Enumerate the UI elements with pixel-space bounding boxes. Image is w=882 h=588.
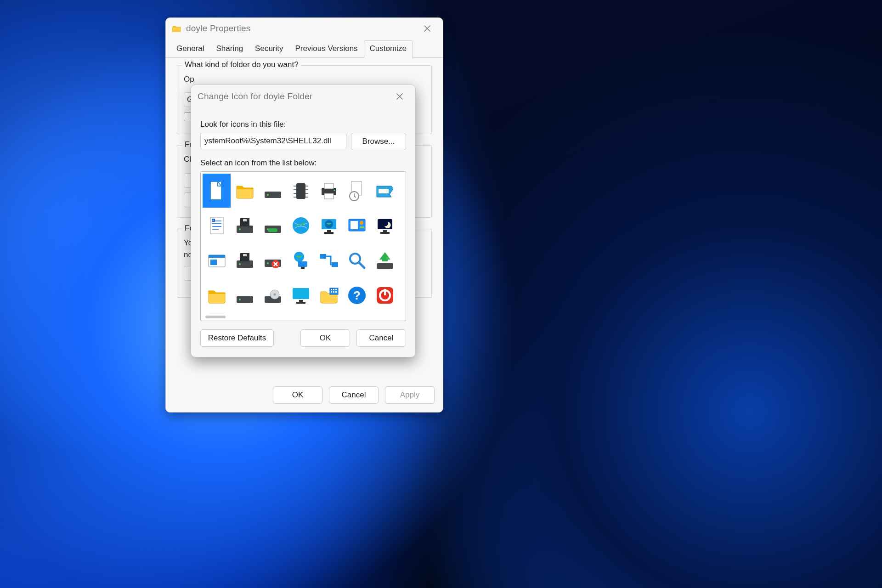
optimize-label-fragment: Op <box>184 75 425 84</box>
floppy-drive-icon[interactable] <box>231 209 259 243</box>
text-document-icon[interactable]: A <box>203 209 231 243</box>
icon-path-input[interactable]: ystemRoot%\System32\SHELL32.dll <box>200 133 346 149</box>
svg-point-64 <box>239 299 241 300</box>
svg-line-61 <box>359 262 364 268</box>
folder-options-icon[interactable] <box>315 278 343 312</box>
svg-point-51 <box>239 263 241 265</box>
tab-general[interactable]: General <box>170 40 210 58</box>
program-window-icon[interactable] <box>203 243 231 277</box>
svg-rect-44 <box>380 232 390 234</box>
tab-customize[interactable]: Customize <box>364 40 413 58</box>
select-icon-label: Select an icon from the list below: <box>200 158 406 168</box>
folder-icon-2[interactable] <box>203 278 231 312</box>
svg-point-32 <box>267 228 269 230</box>
group-folder-kind-legend: What kind of folder do you want? <box>182 60 301 69</box>
properties-titlebar[interactable]: doyle Properties <box>166 18 443 37</box>
svg-rect-18 <box>379 189 389 193</box>
svg-rect-3 <box>296 183 305 199</box>
properties-apply-button[interactable]: Apply <box>385 386 435 404</box>
close-icon <box>396 93 403 100</box>
tab-security[interactable]: Security <box>249 40 289 58</box>
svg-rect-75 <box>331 291 332 293</box>
svg-rect-74 <box>335 289 337 290</box>
svg-point-67 <box>273 294 276 296</box>
icon-grid[interactable]: A <box>200 171 406 321</box>
properties-button-row: OK Cancel Apply <box>166 382 443 412</box>
svg-rect-76 <box>333 291 334 293</box>
svg-point-53 <box>267 262 269 264</box>
change-icon-titlebar[interactable]: Change Icon for doyle Folder <box>191 85 415 105</box>
search-icon[interactable] <box>343 243 371 277</box>
tab-previous-versions[interactable]: Previous Versions <box>289 40 364 58</box>
svg-text:A: A <box>212 219 214 222</box>
change-icon-ok-button[interactable]: OK <box>300 329 350 347</box>
svg-point-33 <box>293 217 309 234</box>
svg-rect-69 <box>299 300 303 302</box>
eject-drive-icon[interactable] <box>371 243 399 277</box>
svg-rect-70 <box>296 302 305 304</box>
svg-rect-77 <box>335 291 337 293</box>
svg-rect-62 <box>377 263 393 269</box>
svg-rect-31 <box>268 228 277 232</box>
svg-point-15 <box>334 190 335 191</box>
properties-title: doyle Properties <box>186 23 413 34</box>
svg-rect-14 <box>324 193 334 199</box>
run-icon[interactable] <box>371 174 399 208</box>
svg-rect-50 <box>243 254 247 256</box>
properties-cancel-button[interactable]: Cancel <box>329 386 379 404</box>
svg-rect-28 <box>243 219 247 221</box>
svg-rect-59 <box>332 262 338 267</box>
svg-rect-46 <box>209 255 225 258</box>
close-icon <box>424 25 430 32</box>
removable-drive-icon[interactable] <box>259 209 287 243</box>
drive-icon[interactable] <box>259 174 287 208</box>
svg-rect-41 <box>360 226 364 228</box>
control-panel-icon[interactable] <box>343 209 371 243</box>
svg-rect-58 <box>320 254 326 259</box>
svg-rect-47 <box>210 260 217 265</box>
floppy-drive-icon-2[interactable] <box>231 243 259 277</box>
svg-rect-36 <box>327 230 331 232</box>
screensaver-icon[interactable] <box>371 209 399 243</box>
drive-error-icon[interactable] <box>259 243 287 277</box>
svg-rect-57 <box>301 267 305 269</box>
properties-ok-button[interactable]: OK <box>273 386 322 404</box>
svg-point-40 <box>360 221 363 225</box>
browse-button[interactable]: Browse... <box>351 133 406 150</box>
svg-rect-13 <box>324 183 334 189</box>
svg-rect-43 <box>383 230 387 232</box>
restore-defaults-button[interactable]: Restore Defaults <box>200 329 274 347</box>
folder-icon[interactable] <box>231 174 259 208</box>
globe-icon[interactable] <box>287 209 315 243</box>
recent-document-icon[interactable] <box>343 174 371 208</box>
change-icon-title: Change Icon for doyle Folder <box>198 91 385 102</box>
drive-icon-2[interactable] <box>231 278 259 312</box>
svg-text:?: ? <box>353 288 361 302</box>
help-icon[interactable]: ? <box>343 278 371 312</box>
change-icon-close-button[interactable] <box>390 90 410 103</box>
change-icon-dialog: Change Icon for doyle Folder Look for ic… <box>191 85 416 357</box>
monitor-icon[interactable] <box>287 278 315 312</box>
network-monitor-icon[interactable] <box>315 209 343 243</box>
change-icon-cancel-button[interactable]: Cancel <box>356 329 406 347</box>
optical-drive-icon[interactable] <box>259 278 287 312</box>
svg-rect-68 <box>293 288 309 299</box>
svg-rect-37 <box>324 232 334 234</box>
network-connect-icon[interactable] <box>315 243 343 277</box>
tab-sharing[interactable]: Sharing <box>210 40 249 58</box>
svg-rect-39 <box>351 221 358 229</box>
look-for-icons-label: Look for icons in this file: <box>200 120 406 129</box>
network-globe-icon[interactable] <box>287 243 315 277</box>
svg-rect-72 <box>331 289 332 290</box>
printer-icon[interactable] <box>315 174 343 208</box>
chip-icon[interactable] <box>287 174 315 208</box>
svg-rect-73 <box>333 289 334 290</box>
svg-point-2 <box>267 194 269 196</box>
svg-rect-56 <box>298 261 307 267</box>
properties-close-button[interactable] <box>417 22 437 35</box>
blank-document-icon[interactable] <box>203 174 231 208</box>
svg-point-29 <box>239 228 241 230</box>
properties-tabstrip: General Sharing Security Previous Versio… <box>166 40 443 58</box>
folder-icon <box>172 25 181 32</box>
shutdown-icon[interactable] <box>371 278 399 312</box>
